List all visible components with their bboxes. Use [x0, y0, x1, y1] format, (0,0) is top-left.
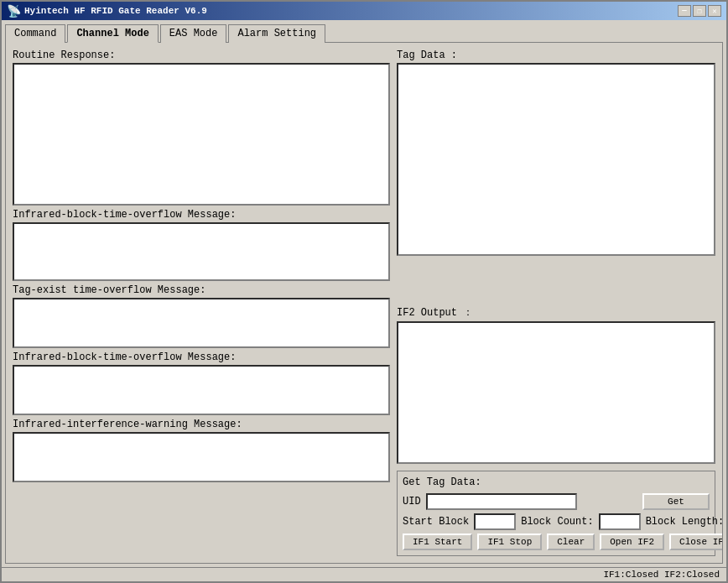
tag-data-section: Tag Data : [397, 49, 715, 302]
status-bar: IF1:Closed IF2:Closed [2, 567, 726, 581]
main-window: 📡 Hyintech HF RFID Gate Reader V6.9 — ❐ … [0, 0, 728, 583]
infrared-block-overflow2-textarea[interactable] [13, 365, 390, 415]
tag-exist-overflow-section: Tag-exist time-overflow Message: [13, 284, 390, 348]
block-length-label: Block Length: [646, 516, 723, 528]
right-panel: Tag Data : IF2 Output ： Get Tag Data: UI… [397, 49, 715, 556]
tab-eas-mode[interactable]: EAS Mode [160, 24, 227, 43]
routine-response-section: Routine Response: [13, 49, 390, 206]
left-panel: Routine Response: Infrared-block-time-ov… [13, 49, 390, 556]
infrared-interference-section: Infrared-interference-warning Message: [13, 419, 390, 482]
restore-button[interactable]: ❐ [693, 5, 706, 17]
infrared-block-overflow-textarea[interactable] [13, 222, 390, 281]
if2-output-section: IF2 Output ： [397, 305, 715, 464]
tab-bar: Command Channel Mode EAS Mode Alarm Sett… [2, 20, 726, 42]
title-bar: 📡 Hyintech HF RFID Gate Reader V6.9 — ❐ … [2, 2, 726, 20]
infrared-block-overflow2-section: Infrared-block-time-overflow Message: [13, 351, 390, 415]
get-tag-data-title: Get Tag Data: [403, 476, 710, 488]
status-text: IF1:Closed IF2:Closed [603, 570, 720, 580]
window-controls: — ❐ ✕ [678, 5, 721, 17]
if2-output-textarea[interactable] [397, 321, 715, 464]
minimize-button[interactable]: — [678, 5, 691, 17]
window-title: Hyintech HF RFID Gate Reader V6.9 [24, 6, 207, 16]
app-icon: 📡 [7, 4, 21, 18]
start-block-label: Start Block [403, 516, 469, 528]
infrared-block-overflow-section: Infrared-block-time-overflow Message: [13, 209, 390, 281]
close-if2-button[interactable]: Close IF2 [669, 534, 723, 550]
if1-start-button[interactable]: IF1 Start [403, 534, 472, 550]
main-layout: Routine Response: Infrared-block-time-ov… [13, 49, 715, 556]
if2-output-label: IF2 Output ： [397, 305, 715, 320]
infrared-interference-textarea[interactable] [13, 432, 390, 482]
uid-input[interactable] [426, 493, 577, 510]
close-button[interactable]: ✕ [708, 5, 721, 17]
infrared-block-overflow-label: Infrared-block-time-overflow Message: [13, 209, 390, 221]
tab-channel-mode[interactable]: Channel Mode [67, 24, 158, 43]
infrared-interference-label: Infrared-interference-warning Message: [13, 419, 390, 430]
get-button[interactable]: Get [642, 493, 710, 510]
tag-exist-overflow-label: Tag-exist time-overflow Message: [13, 284, 390, 296]
routine-response-textarea[interactable] [13, 63, 390, 206]
action-buttons-row: IF1 Start IF1 Stop Clear Open IF2 Close … [403, 534, 710, 550]
infrared-block-overflow2-label: Infrared-block-time-overflow Message: [13, 351, 390, 363]
tag-data-label: Tag Data : [397, 49, 715, 61]
start-block-input[interactable] [474, 513, 516, 530]
get-tag-data-section: Get Tag Data: UID Get Start Block Block … [397, 471, 715, 556]
uid-label: UID [403, 496, 421, 508]
if1-stop-button[interactable]: IF1 Stop [477, 534, 542, 550]
block-count-input[interactable] [599, 513, 641, 530]
routine-response-label: Routine Response: [13, 49, 390, 61]
tag-exist-overflow-textarea[interactable] [13, 298, 390, 348]
open-if2-button[interactable]: Open IF2 [600, 534, 664, 550]
tab-content: Routine Response: Infrared-block-time-ov… [5, 42, 723, 564]
block-count-label: Block Count: [521, 516, 593, 528]
clear-button[interactable]: Clear [547, 534, 595, 550]
block-row: Start Block Block Count: Block Length: 4 [403, 513, 710, 530]
tab-command[interactable]: Command [5, 24, 65, 43]
tag-data-textarea[interactable] [397, 63, 715, 256]
uid-row: UID Get [403, 493, 710, 510]
title-bar-left: 📡 Hyintech HF RFID Gate Reader V6.9 [7, 4, 207, 18]
tab-alarm-setting[interactable]: Alarm Setting [228, 24, 325, 43]
